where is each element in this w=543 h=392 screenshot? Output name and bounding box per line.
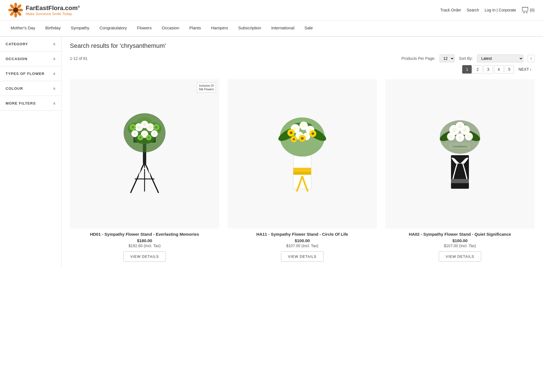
- product-card-ha11: HA11 - Sympathy Flower Stand - Circle Of…: [228, 79, 377, 262]
- svg-point-10: [14, 8, 18, 12]
- product-image-hd01: Inclusive OfSilk Flowers: [70, 79, 219, 228]
- product-svg-hd01: [114, 112, 175, 196]
- sidebar-more-filters-chevron: ∧: [53, 101, 56, 105]
- sidebar-category-chevron: ∧: [53, 42, 56, 46]
- product-name-hd01: HD01 - Sympathy Flower Stand - Everlasti…: [90, 232, 199, 237]
- svg-point-64: [290, 131, 292, 134]
- svg-point-1: [14, 3, 17, 8]
- product-price-hd01: $180.00: [137, 238, 152, 243]
- per-page-select[interactable]: 12 24 36: [440, 55, 455, 62]
- svg-point-66: [311, 132, 314, 135]
- product-name-ha02: HA02 - Sympathy Flower Stand - Quiet Sig…: [409, 232, 511, 237]
- svg-point-13: [523, 12, 525, 13]
- svg-point-27: [137, 126, 141, 129]
- page-btn-1[interactable]: 1: [462, 65, 472, 74]
- product-image-ha11: [228, 79, 377, 228]
- view-details-ha02[interactable]: VIEW DETAILS: [439, 251, 481, 262]
- main-nav: Mother's Day Birthday Sympathy Congratul…: [0, 20, 543, 36]
- svg-point-14: [526, 12, 527, 13]
- sidebar: CATEGORY ∧ OCCASION ∧ TYPES OF FLOWER ∧ …: [0, 37, 62, 267]
- nav-item-international[interactable]: International: [266, 20, 299, 36]
- product-price-tax-hd01: $192.60 (Incl. Tax): [129, 244, 161, 248]
- nav-item-hampers[interactable]: Hampers: [206, 20, 233, 36]
- nav-item-subscription[interactable]: Subscription: [233, 20, 266, 36]
- product-price-ha11: $100.00: [295, 238, 310, 243]
- nav-item-occasion[interactable]: Occasion: [157, 20, 185, 36]
- view-details-hd01[interactable]: VIEW DETAILS: [123, 251, 166, 262]
- toolbar-right: Products Per Page: 12 24 36 Sort By: Lat…: [402, 55, 535, 62]
- svg-line-16: [145, 162, 159, 193]
- product-price-tax-ha11: $107.00 (Incl. Tax): [286, 244, 318, 248]
- search-link[interactable]: Search: [467, 8, 479, 12]
- product-card-ha02: Condolences: [385, 79, 535, 262]
- sidebar-section-occasion[interactable]: OCCASION ∧: [0, 51, 61, 66]
- product-grid: Inclusive OfSilk Flowers: [70, 79, 535, 262]
- header-links: Track Order Search Log In | Corporate (0…: [440, 7, 535, 13]
- sidebar-occasion-label: OCCASION: [6, 57, 27, 61]
- page-btn-5[interactable]: 5: [505, 65, 514, 74]
- search-title: Search results for 'chrysanthemum': [70, 42, 535, 49]
- sidebar-category-label: CATEGORY: [6, 42, 28, 46]
- login-link[interactable]: Log In | Corporate: [485, 8, 516, 12]
- svg-rect-47: [293, 168, 311, 172]
- svg-point-89: [458, 136, 462, 139]
- sidebar-section-colour[interactable]: COLOUR ∧: [0, 81, 61, 96]
- sidebar-occasion-chevron: ∧: [53, 56, 56, 61]
- cart-icon: [522, 7, 528, 13]
- product-price-tax-ha02: $107.00 (Incl. Tax): [444, 244, 476, 248]
- sidebar-colour-chevron: ∧: [53, 86, 56, 91]
- sidebar-types-chevron: ∧: [53, 71, 56, 76]
- svg-point-35: [153, 132, 156, 135]
- page-btn-2[interactable]: 2: [473, 65, 482, 74]
- product-svg-ha02: Condolences: [429, 112, 491, 196]
- nav-item-sympathy[interactable]: Sympathy: [66, 20, 95, 36]
- nav-item-congratulatory[interactable]: Congratulatory: [95, 20, 132, 36]
- svg-point-31: [143, 123, 146, 126]
- page-next-button[interactable]: NEXT ›: [515, 65, 535, 73]
- svg-point-85: [449, 135, 453, 138]
- nav-item-plants[interactable]: Plants: [184, 20, 206, 36]
- page-btn-3[interactable]: 3: [483, 65, 493, 74]
- svg-point-87: [467, 135, 471, 138]
- product-image-ha02: Condolences: [385, 79, 535, 228]
- svg-point-4: [18, 9, 23, 11]
- site-header: FarEastFlora.com® Make Someone Smile Tod…: [0, 0, 543, 20]
- svg-point-41: [155, 126, 158, 129]
- svg-point-39: [131, 126, 134, 129]
- sidebar-section-types-of-flower[interactable]: TYPES OF FLOWER ∧: [0, 66, 61, 81]
- sort-label: Sort By:: [459, 56, 473, 61]
- cart-count: (0): [530, 8, 535, 12]
- page-btn-4[interactable]: 4: [494, 65, 504, 74]
- sidebar-section-category[interactable]: CATEGORY ∧: [0, 37, 61, 51]
- logo-name: FarEastFlora.com®: [26, 4, 80, 12]
- svg-point-45: [148, 136, 150, 139]
- svg-point-29: [148, 126, 152, 129]
- logo-text: FarEastFlora.com® Make Someone Smile Tod…: [26, 4, 80, 16]
- logo-icon: [8, 3, 23, 17]
- cart-icon-area[interactable]: (0): [522, 7, 535, 13]
- product-svg-ha11: [272, 112, 333, 196]
- svg-rect-48: [293, 172, 311, 175]
- sidebar-colour-label: COLOUR: [6, 86, 23, 91]
- sort-asc-button[interactable]: ↑: [528, 55, 535, 62]
- nav-item-flowers[interactable]: Flowers: [132, 20, 157, 36]
- sidebar-more-filters-label: MORE FILTERS: [6, 101, 36, 105]
- svg-point-43: [139, 136, 141, 139]
- sort-select[interactable]: Latest Price: Low to High Price: High to…: [477, 55, 523, 62]
- svg-line-15: [131, 162, 145, 193]
- nav-item-sale[interactable]: Sale: [299, 20, 318, 36]
- logo-area: FarEastFlora.com® Make Someone Smile Tod…: [8, 3, 80, 17]
- product-price-ha02: $100.00: [452, 238, 468, 243]
- product-name-ha11: HA11 - Sympathy Flower Stand - Circle Of…: [256, 232, 348, 237]
- nav-item-mothers-day[interactable]: Mother's Day: [6, 20, 40, 36]
- svg-point-2: [14, 13, 17, 17]
- view-details-ha11[interactable]: VIEW DETAILS: [281, 251, 324, 262]
- nav-item-birthday[interactable]: Birthday: [40, 20, 66, 36]
- product-badge-hd01: Inclusive OfSilk Flowers: [197, 82, 216, 93]
- track-order-link[interactable]: Track Order: [440, 8, 461, 12]
- per-page-label: Products Per Page:: [402, 56, 435, 61]
- svg-point-56: [302, 124, 305, 127]
- main-content: Search results for 'chrysanthemum' 1-12 …: [62, 37, 543, 267]
- product-card-hd01: Inclusive OfSilk Flowers: [70, 79, 219, 262]
- sidebar-section-more-filters[interactable]: MORE FILTERS ∧: [0, 96, 61, 111]
